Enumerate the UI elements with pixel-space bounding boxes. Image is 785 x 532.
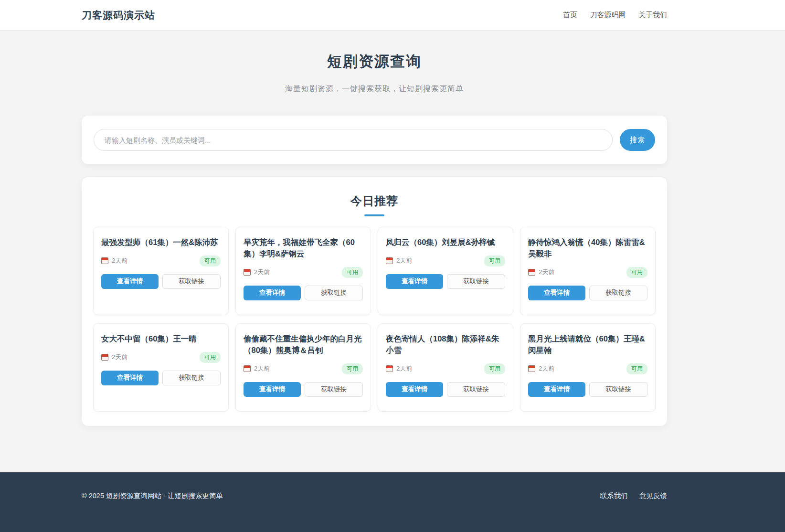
- drama-title: 女大不中留（60集）王一晴: [101, 333, 221, 345]
- view-detail-button[interactable]: 查看详情: [244, 286, 301, 300]
- drama-title: 黑月光上线请就位（60集）王瑾&闵星翰: [528, 333, 647, 356]
- drama-card: 偷偷藏不住重生偏执少年的白月光（80集）熊奥博＆吕钊 2天前 可用 查看详情 获…: [235, 323, 371, 412]
- publish-time: 2天前: [528, 364, 554, 373]
- main-nav: 首页 刀客源码网 关于我们: [552, 11, 667, 20]
- nav-daoke-source[interactable]: 刀客源码网: [590, 11, 626, 19]
- status-badge: 可用: [484, 255, 505, 266]
- calendar-icon: [528, 269, 535, 276]
- drama-card: 旱灾荒年，我福娃带飞全家（60集）李明&萨钢云 2天前 可用 查看详情 获取链接: [235, 227, 371, 315]
- publish-time: 2天前: [101, 353, 127, 362]
- get-link-button[interactable]: 获取链接: [589, 286, 647, 300]
- site-logo[interactable]: 刀客源码演示站: [82, 9, 155, 22]
- view-detail-button[interactable]: 查看详情: [244, 382, 301, 397]
- drama-title: 静待惊鸿入翁慌（40集）陈雷雷&吴毅非: [528, 237, 647, 260]
- view-detail-button[interactable]: 查看详情: [386, 274, 443, 289]
- drama-card: 女大不中留（60集）王一晴 2天前 可用 查看详情 获取链接: [93, 323, 229, 412]
- status-badge: 可用: [342, 267, 363, 278]
- calendar-icon: [386, 257, 393, 264]
- calendar-icon: [244, 269, 251, 276]
- heading-underline: [364, 214, 384, 216]
- status-badge: 可用: [626, 267, 647, 278]
- publish-time: 2天前: [101, 256, 127, 265]
- publish-time: 2天前: [386, 364, 412, 373]
- status-badge: 可用: [342, 363, 363, 374]
- get-link-button[interactable]: 获取链接: [589, 382, 647, 397]
- recommend-section: 今日推荐 最强发型师（61集）一然&陈沛苏 2天前 可用 查看详情 获取链接 旱…: [82, 177, 667, 426]
- status-badge: 可用: [200, 352, 221, 363]
- footer-link-contact[interactable]: 联系我们: [600, 492, 628, 500]
- publish-time: 2天前: [244, 268, 270, 277]
- drama-card: 黑月光上线请就位（60集）王瑾&闵星翰 2天前 可用 查看详情 获取链接: [520, 323, 656, 412]
- page-subtitle: 海量短剧资源，一键搜索获取，让短剧搜索更简单: [82, 84, 667, 94]
- footer-link-feedback[interactable]: 意见反馈: [639, 492, 667, 500]
- drama-card: 凤归云（60集）刘昱展&孙梓铖 2天前 可用 查看详情 获取链接: [378, 227, 513, 315]
- get-link-button[interactable]: 获取链接: [162, 274, 221, 289]
- drama-title: 旱灾荒年，我福娃带飞全家（60集）李明&萨钢云: [244, 237, 363, 260]
- page-title: 短剧资源查询: [82, 52, 667, 72]
- view-detail-button[interactable]: 查看详情: [528, 286, 585, 300]
- copyright-text: © 2025 短剧资源查询网站 - 让短剧搜索更简单: [82, 491, 223, 500]
- calendar-icon: [101, 354, 108, 361]
- drama-card: 静待惊鸿入翁慌（40集）陈雷雷&吴毅非 2天前 可用 查看详情 获取链接: [520, 227, 656, 315]
- view-detail-button[interactable]: 查看详情: [101, 274, 159, 289]
- get-link-button[interactable]: 获取链接: [305, 286, 363, 300]
- status-badge: 可用: [626, 363, 647, 374]
- drama-card: 最强发型师（61集）一然&陈沛苏 2天前 可用 查看详情 获取链接: [93, 227, 229, 315]
- drama-title: 凤归云（60集）刘昱展&孙梓铖: [386, 237, 505, 248]
- search-input[interactable]: [94, 129, 613, 151]
- search-button[interactable]: 搜索: [620, 129, 655, 151]
- footer-links: 联系我们 意见反馈: [591, 491, 667, 500]
- get-link-button[interactable]: 获取链接: [305, 382, 363, 397]
- calendar-icon: [386, 365, 393, 372]
- site-header: 刀客源码演示站 首页 刀客源码网 关于我们: [0, 0, 785, 31]
- drama-title: 夜色寄情人（108集）陈添祥&朱小雪: [386, 333, 505, 356]
- recommend-heading: 今日推荐: [93, 193, 656, 209]
- view-detail-button[interactable]: 查看详情: [101, 371, 159, 385]
- site-footer: © 2025 短剧资源查询网站 - 让短剧搜索更简单 联系我们 意见反馈: [0, 472, 785, 532]
- drama-card: 夜色寄情人（108集）陈添祥&朱小雪 2天前 可用 查看详情 获取链接: [378, 323, 513, 412]
- view-detail-button[interactable]: 查看详情: [386, 382, 443, 397]
- calendar-icon: [101, 257, 108, 264]
- status-badge: 可用: [484, 363, 505, 374]
- search-panel: 搜索: [82, 116, 667, 164]
- calendar-icon: [244, 365, 251, 372]
- drama-title: 最强发型师（61集）一然&陈沛苏: [101, 237, 221, 248]
- nav-home[interactable]: 首页: [563, 11, 577, 19]
- view-detail-button[interactable]: 查看详情: [528, 382, 585, 397]
- publish-time: 2天前: [386, 256, 412, 265]
- nav-about[interactable]: 关于我们: [638, 11, 667, 19]
- calendar-icon: [528, 365, 535, 372]
- hero-section: 短剧资源查询 海量短剧资源，一键搜索获取，让短剧搜索更简单: [82, 52, 667, 94]
- get-link-button[interactable]: 获取链接: [447, 382, 505, 397]
- drama-title: 偷偷藏不住重生偏执少年的白月光（80集）熊奥博＆吕钊: [244, 333, 363, 356]
- get-link-button[interactable]: 获取链接: [447, 274, 505, 289]
- publish-time: 2天前: [528, 268, 554, 277]
- status-badge: 可用: [200, 255, 221, 266]
- card-grid: 最强发型师（61集）一然&陈沛苏 2天前 可用 查看详情 获取链接 旱灾荒年，我…: [93, 227, 656, 412]
- publish-time: 2天前: [244, 364, 270, 373]
- get-link-button[interactable]: 获取链接: [162, 371, 221, 385]
